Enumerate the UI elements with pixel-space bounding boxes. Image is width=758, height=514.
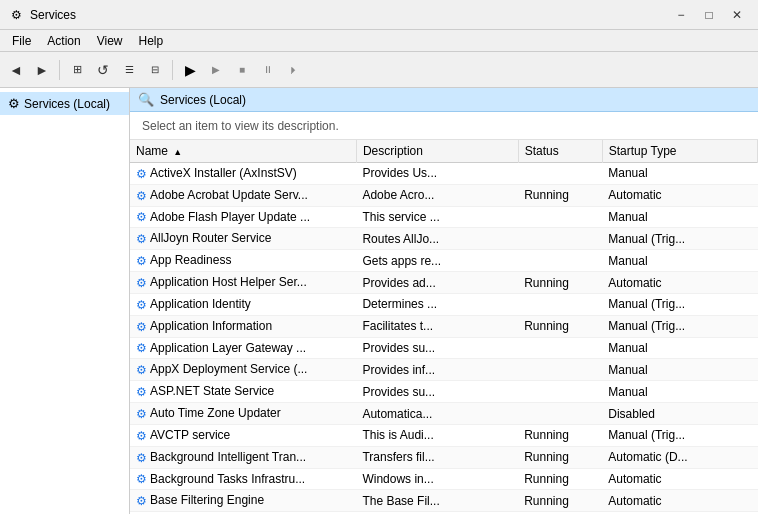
menu-bar: File Action View Help <box>0 30 758 52</box>
right-panel: 🔍 Services (Local) Select an item to vie… <box>130 88 758 514</box>
menu-view[interactable]: View <box>89 32 131 50</box>
properties-button[interactable]: ☰ <box>117 58 141 82</box>
forward-button[interactable]: ► <box>30 58 54 82</box>
service-status-cell <box>518 381 602 403</box>
service-name-cell: ⚙Base Filtering Engine <box>130 490 356 512</box>
maximize-button[interactable]: □ <box>696 5 722 25</box>
service-description-cell: Windows in... <box>356 468 518 490</box>
left-panel: ⚙ Services (Local) <box>0 88 130 514</box>
service-description-cell: Facilitates t... <box>356 315 518 337</box>
table-row[interactable]: ⚙App ReadinessGets apps re...Manual <box>130 250 758 272</box>
service-status-cell: Running <box>518 468 602 490</box>
stop-service-button[interactable]: ■ <box>230 58 254 82</box>
service-name-cell: ⚙Background Intelligent Tran... <box>130 446 356 468</box>
service-icon: ⚙ <box>136 210 147 224</box>
table-header-row: Name ▲ Description Status Startup Type <box>130 140 758 163</box>
export-button[interactable]: ⊟ <box>143 58 167 82</box>
table-row[interactable]: ⚙AppX Deployment Service (...Provides in… <box>130 359 758 381</box>
column-description[interactable]: Description <box>356 140 518 163</box>
services-header: 🔍 Services (Local) <box>130 88 758 112</box>
service-status-cell <box>518 250 602 272</box>
table-row[interactable]: ⚙ActiveX Installer (AxInstSV)Provides Us… <box>130 163 758 185</box>
table-row[interactable]: ⚙Application IdentityDetermines ...Manua… <box>130 293 758 315</box>
service-status-cell <box>518 359 602 381</box>
service-name-cell: ⚙Background Tasks Infrastru... <box>130 468 356 490</box>
service-description-cell: Provides ad... <box>356 272 518 294</box>
column-status[interactable]: Status <box>518 140 602 163</box>
service-status-cell: Running <box>518 490 602 512</box>
service-name-cell: ⚙Adobe Acrobat Update Serv... <box>130 184 356 206</box>
service-name-cell: ⚙AllJoyn Router Service <box>130 228 356 250</box>
table-row[interactable]: ⚙AllJoyn Router ServiceRoutes AllJo...Ma… <box>130 228 758 250</box>
table-row[interactable]: ⚙Application InformationFacilitates t...… <box>130 315 758 337</box>
table-row[interactable]: ⚙Base Filtering EngineThe Base Fil...Run… <box>130 490 758 512</box>
app-icon: ⚙ <box>8 7 24 23</box>
back-button[interactable]: ◄ <box>4 58 28 82</box>
service-startup-cell: Automatic <box>602 184 757 206</box>
close-button[interactable]: ✕ <box>724 5 750 25</box>
table-row[interactable]: ⚙ASP.NET State ServiceProvides su...Manu… <box>130 381 758 403</box>
column-startup[interactable]: Startup Type <box>602 140 757 163</box>
table-row[interactable]: ⚙Background Tasks Infrastru...Windows in… <box>130 468 758 490</box>
sort-arrow-name: ▲ <box>173 147 182 157</box>
table-row[interactable]: ⚙Application Host Helper Ser...Provides … <box>130 272 758 294</box>
service-icon: ⚙ <box>136 254 147 268</box>
service-name-cell: ⚙ActiveX Installer (AxInstSV) <box>130 163 356 185</box>
service-startup-cell: Manual <box>602 381 757 403</box>
menu-action[interactable]: Action <box>39 32 88 50</box>
toolbar: ◄ ► ⊞ ↺ ☰ ⊟ ▶ ▶ ■ ⏸ ⏵ <box>0 52 758 88</box>
table-row[interactable]: ⚙Application Layer Gateway ...Provides s… <box>130 337 758 359</box>
service-description-cell: Gets apps re... <box>356 250 518 272</box>
service-description-cell: This service ... <box>356 206 518 228</box>
service-icon: ⚙ <box>136 298 147 312</box>
refresh-button[interactable]: ↺ <box>91 58 115 82</box>
service-description-cell: Determines ... <box>356 293 518 315</box>
services-local-label: Services (Local) <box>24 97 110 111</box>
service-name-cell: ⚙Adobe Flash Player Update ... <box>130 206 356 228</box>
services-table[interactable]: Name ▲ Description Status Startup Type ⚙… <box>130 140 758 514</box>
services-header-label: Services (Local) <box>160 93 246 107</box>
menu-file[interactable]: File <box>4 32 39 50</box>
service-startup-cell: Disabled <box>602 403 757 425</box>
window-title: Services <box>30 8 76 22</box>
service-name-cell: ⚙Auto Time Zone Updater <box>130 403 356 425</box>
service-status-cell <box>518 337 602 359</box>
table-row[interactable]: ⚙Adobe Acrobat Update Serv...Adobe Acro.… <box>130 184 758 206</box>
service-icon: ⚙ <box>136 341 147 355</box>
service-status-cell: Running <box>518 446 602 468</box>
service-icon: ⚙ <box>136 451 147 465</box>
service-icon: ⚙ <box>136 429 147 443</box>
service-startup-cell: Manual (Trig... <box>602 293 757 315</box>
minimize-button[interactable]: − <box>668 5 694 25</box>
toolbar-separator-1 <box>59 60 60 80</box>
service-description-cell: This is Audi... <box>356 424 518 446</box>
service-description-cell: Provides su... <box>356 381 518 403</box>
service-description-cell: Transfers fil... <box>356 446 518 468</box>
table-row[interactable]: ⚙Adobe Flash Player Update ...This servi… <box>130 206 758 228</box>
services-local-item[interactable]: ⚙ Services (Local) <box>0 92 129 115</box>
start-paused-button[interactable]: ▶ <box>204 58 228 82</box>
service-startup-cell: Manual (Trig... <box>602 228 757 250</box>
column-name[interactable]: Name ▲ <box>130 140 356 163</box>
pause-service-button[interactable]: ⏸ <box>256 58 280 82</box>
service-status-cell <box>518 206 602 228</box>
services-header-icon: 🔍 <box>138 92 154 107</box>
main-content: ⚙ Services (Local) 🔍 Services (Local) Se… <box>0 88 758 514</box>
title-bar-left: ⚙ Services <box>8 7 76 23</box>
start-service-button[interactable]: ▶ <box>178 58 202 82</box>
service-name-cell: ⚙AppX Deployment Service (... <box>130 359 356 381</box>
service-name-cell: ⚙Application Host Helper Ser... <box>130 272 356 294</box>
toolbar-separator-2 <box>172 60 173 80</box>
table-row[interactable]: ⚙AVCTP serviceThis is Audi...RunningManu… <box>130 424 758 446</box>
resume-service-button[interactable]: ⏵ <box>282 58 306 82</box>
service-icon: ⚙ <box>136 472 147 486</box>
service-icon: ⚙ <box>136 407 147 421</box>
service-status-cell: Running <box>518 315 602 337</box>
table-row[interactable]: ⚙Background Intelligent Tran...Transfers… <box>130 446 758 468</box>
show-hide-button[interactable]: ⊞ <box>65 58 89 82</box>
menu-help[interactable]: Help <box>131 32 172 50</box>
service-status-cell <box>518 163 602 185</box>
service-icon: ⚙ <box>136 232 147 246</box>
service-status-cell <box>518 228 602 250</box>
table-row[interactable]: ⚙Auto Time Zone UpdaterAutomatica...Disa… <box>130 403 758 425</box>
